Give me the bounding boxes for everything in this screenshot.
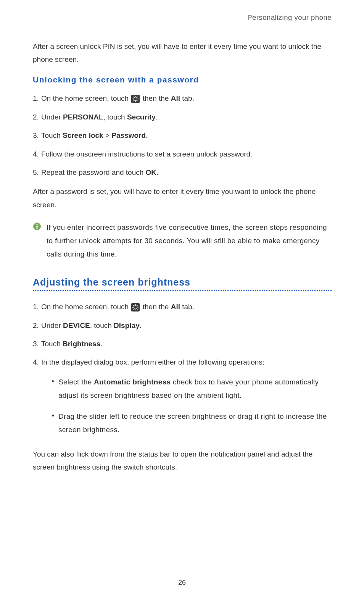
step-number: 2. [33,320,41,331]
step-content: Under DEVICE, touch Display. [41,320,332,331]
step-content: On the home screen, touch [41,301,332,313]
step-number: 3. [33,130,41,141]
step-content: Touch Brightness. [41,338,332,350]
bullet-dot-icon [52,380,54,382]
section-heading-brightness: Adjusting the screen brightness [33,277,332,288]
step-number: 4. [33,357,41,368]
t: tab. [180,303,194,311]
after-brightness-paragraph: You can also flick down from the status … [33,448,332,474]
step-content: On the home screen, touch [41,93,332,104]
step-row-3b: 3. Touch Brightness. [33,338,332,350]
t: . [156,168,158,176]
t: Touch [41,340,63,348]
bullet-content: Select the Automatic brightness check bo… [58,375,332,402]
step-number: 1. [33,301,41,313]
step-row-3: 3. Touch Screen lock > Password. [33,130,332,141]
page-header: Personalizing your phone [33,13,332,22]
t: PERSONAL [63,113,103,121]
sub-bullets: Select the Automatic brightness check bo… [52,375,332,437]
dotted-divider [33,290,332,291]
step-content: Repeat the password and touch OK. [41,167,332,178]
step1-bold: All [171,94,180,102]
step-row-1b: 1. On the home screen, touch [33,301,332,313]
t: Automatic brightness [94,378,171,386]
subsection-heading-unlock-password: Unlocking the screen with a password [33,75,332,84]
t: All [171,303,180,311]
step-number: 2. [33,111,41,123]
t: On the home screen, touch [41,303,130,311]
t: then the [143,303,171,311]
t: Under [41,113,63,121]
step-content: Under PERSONAL, touch Security. [41,111,332,123]
step-number: 1. [33,93,41,104]
t: , touch [90,321,114,329]
t: Screen lock [63,131,103,139]
intro-paragraph-pin: After a screen unlock PIN is set, you wi… [33,40,332,66]
t: DEVICE [63,321,90,329]
t: . [156,113,158,121]
bullet-content: Drag the slider left to reduce the scree… [58,410,332,436]
step-content: In the displayed dialog box, perform eit… [41,357,332,444]
t: Security [127,113,156,121]
t: Display [114,321,140,329]
step-row-4: 4. Follow the onscreen instructions to s… [33,148,332,160]
info-block: If you enter incorrect passwords five co… [33,221,332,261]
t: Brightness [63,340,100,348]
step1-postb: tab. [180,94,194,102]
t: Touch [41,131,63,139]
step-row-1: 1. On the home screen, touch [33,93,332,104]
t: . [140,321,142,329]
settings-icon [131,303,140,311]
t: Password [111,131,146,139]
bullet-item-2: Drag the slider left to reduce the scree… [52,410,332,436]
info-icon [33,222,41,232]
page-number: 26 [0,579,364,587]
t: Select the [58,378,94,386]
t: . [100,340,102,348]
step-row-2: 2. Under PERSONAL, touch Security. [33,111,332,123]
t: In the displayed dialog box, perform eit… [41,358,264,366]
bullet-dot-icon [52,415,54,416]
step-number: 3. [33,338,41,350]
t: OK [146,168,157,176]
t: . [146,131,148,139]
bullet-item-1: Select the Automatic brightness check bo… [52,375,332,402]
info-text: If you enter incorrect passwords five co… [47,221,332,261]
step-content: Touch Screen lock > Password. [41,130,332,141]
document-page: Personalizing your phone After a screen … [0,0,364,474]
step-number: 4. [33,148,41,160]
svg-point-11 [36,224,37,225]
t: > [103,131,112,139]
after-password-paragraph: After a password is set, you will have t… [33,185,332,211]
step-row-5: 5. Repeat the password and touch OK. [33,167,332,178]
t: Under [41,321,63,329]
step-number: 5. [33,167,41,178]
step-row-2b: 2. Under DEVICE, touch Display. [33,320,332,331]
step-content: Follow the onscreen instructions to set … [41,148,332,160]
svg-rect-14 [36,228,38,228]
settings-icon [131,95,140,103]
step-row-4b: 4. In the displayed dialog box, perform … [33,357,332,444]
step1-posta: then the [143,94,171,102]
step1-pre: On the home screen, touch [41,94,130,102]
t: Repeat the password and touch [41,168,146,176]
t: , touch [103,113,127,121]
